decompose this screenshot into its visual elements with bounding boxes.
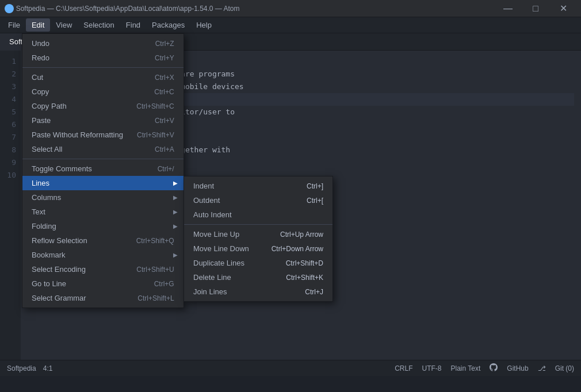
maximize-button[interactable]: □ — [522, 0, 549, 17]
menu-paste-without-reformatting[interactable]: Paste Without Reformatting Ctrl+Shift+V — [22, 128, 184, 142]
menu-selection[interactable]: Selection — [78, 18, 120, 32]
lines-delete[interactable]: Delete Line Ctrl+Shift+K — [184, 270, 332, 285]
menu-view[interactable]: View — [50, 18, 78, 32]
submenu-separator — [184, 224, 332, 225]
status-git[interactable]: Git (0) — [555, 364, 574, 372]
github-icon — [490, 363, 498, 373]
status-left: Softpedia 4:1 — [7, 364, 395, 372]
menu-cut[interactable]: Cut Ctrl+X — [22, 70, 184, 84]
menu-file[interactable]: File — [2, 18, 26, 32]
menu-lines[interactable]: Lines Indent Ctrl+] Outdent Ctrl+[ Auto … — [22, 176, 184, 190]
menu-find[interactable]: Find — [120, 18, 146, 32]
status-encoding[interactable]: UTF-8 — [422, 364, 441, 372]
status-bar: Softpedia 4:1 CRLF UTF-8 Plain Text GitH… — [0, 360, 581, 376]
menu-help[interactable]: Help — [190, 18, 217, 32]
menu-bookmark[interactable]: Bookmark — [22, 248, 184, 262]
status-right: CRLF UTF-8 Plain Text GitHub ⎇ Git (0) — [395, 363, 574, 373]
lines-outdent[interactable]: Outdent Ctrl+[ — [184, 193, 332, 207]
menu-bar: File Edit View Selection Find Packages H… — [0, 17, 581, 33]
status-app-name: Softpedia — [7, 364, 36, 372]
close-button[interactable]: ✕ — [550, 0, 576, 17]
lines-join[interactable]: Join Lines Ctrl+J — [184, 285, 332, 299]
app-icon — [5, 4, 14, 13]
minimize-button[interactable]: — — [495, 0, 521, 17]
status-cursor: 4:1 — [43, 364, 53, 372]
menu-go-to-line[interactable]: Go to Line Ctrl+G — [22, 276, 184, 291]
edit-menu-dropdown: Undo Ctrl+Z Redo Ctrl+Y Cut Ctrl+X Copy … — [22, 33, 184, 308]
status-line-ending[interactable]: CRLF — [395, 364, 412, 372]
title-bar: Softpedia — C:\Users\Softpedia\AppData\L… — [0, 0, 581, 17]
separator-2 — [22, 159, 184, 159]
menu-select-encoding[interactable]: Select Encoding Ctrl+Shift+U — [22, 262, 184, 276]
status-github[interactable]: GitHub — [507, 364, 528, 372]
lines-move-up[interactable]: Move Line Up Ctrl+Up Arrow — [184, 227, 332, 241]
separator-1 — [22, 67, 184, 68]
lines-move-down[interactable]: Move Line Down Ctrl+Down Arrow — [184, 241, 332, 256]
menu-folding[interactable]: Folding — [22, 219, 184, 233]
menu-packages[interactable]: Packages — [146, 18, 190, 32]
git-icon: ⎇ — [538, 364, 546, 372]
menu-columns[interactable]: Columns — [22, 190, 184, 205]
lines-duplicate[interactable]: Duplicate Lines Ctrl+Shift+D — [184, 256, 332, 270]
menu-paste[interactable]: Paste Ctrl+V — [22, 113, 184, 128]
lines-auto-indent[interactable]: Auto Indent — [184, 207, 332, 222]
menu-reflow-selection[interactable]: Reflow Selection Ctrl+Shift+Q — [22, 233, 184, 248]
title-bar-controls: — □ ✕ — [495, 0, 576, 17]
menu-text[interactable]: Text — [22, 205, 184, 219]
menu-select-all[interactable]: Select All Ctrl+A — [22, 142, 184, 156]
editor-area: Softpedia 1 2 3 4 5 6 7 8 9 10 ,000 free… — [0, 33, 581, 376]
menu-redo[interactable]: Redo Ctrl+Y — [22, 51, 184, 65]
menu-undo[interactable]: Undo Ctrl+Z — [22, 36, 184, 51]
menu-edit[interactable]: Edit — [26, 18, 50, 32]
lines-indent[interactable]: Indent Ctrl+] — [184, 179, 332, 193]
menu-select-grammar[interactable]: Select Grammar Ctrl+Shift+L — [22, 291, 184, 305]
menu-toggle-comments[interactable]: Toggle Comments Ctrl+/ — [22, 162, 184, 176]
title-bar-text: Softpedia — C:\Users\Softpedia\AppData\L… — [16, 5, 495, 13]
line-numbers: 1 2 3 4 5 6 7 8 9 10 — [0, 51, 21, 376]
status-grammar[interactable]: Plain Text — [450, 364, 480, 372]
menu-copy-path[interactable]: Copy Path Ctrl+Shift+C — [22, 99, 184, 113]
menu-copy[interactable]: Copy Ctrl+C — [22, 84, 184, 99]
lines-submenu: Indent Ctrl+] Outdent Ctrl+[ Auto Indent… — [184, 176, 333, 302]
